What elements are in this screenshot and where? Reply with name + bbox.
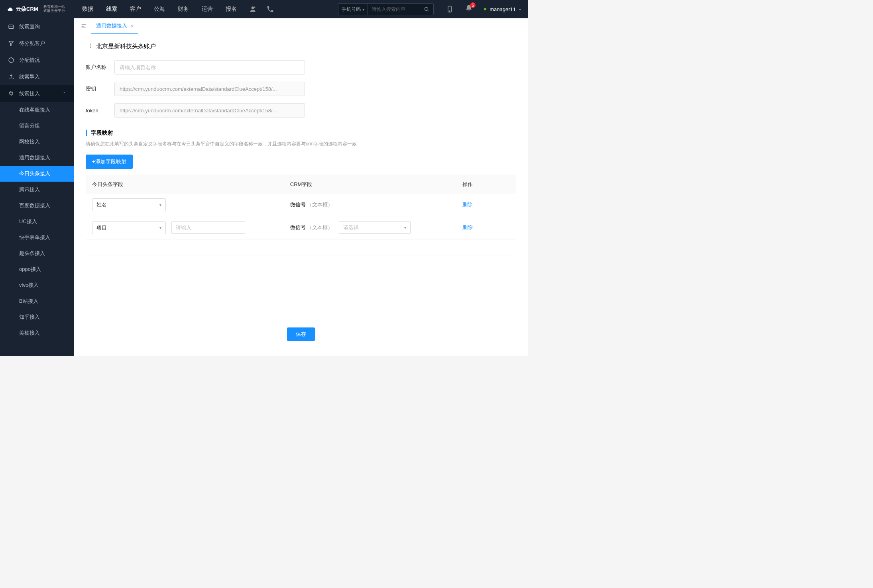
sidebar-label: 待分配客户: [19, 40, 45, 47]
search-type-select[interactable]: 手机号码 ▾: [338, 4, 368, 15]
logo: 云朵CRM 教育机构一站 式服务云平台: [7, 5, 74, 13]
collapse-sidebar-button[interactable]: [78, 20, 90, 32]
sidebar-label: 线索导入: [19, 73, 40, 80]
breadcrumb: 〈 北京昱新科技头条账户: [86, 42, 516, 51]
crm-field-label: 微信号: [290, 224, 306, 230]
sidebar-item-query[interactable]: 线索查询: [0, 18, 74, 35]
account-input[interactable]: [114, 60, 305, 74]
notification-badge: 5: [470, 2, 476, 8]
search-type-label: 手机号码: [342, 6, 361, 13]
form-row-token: token: [86, 103, 516, 118]
nav-pool[interactable]: 公海: [154, 6, 165, 13]
progress-icon: [8, 57, 14, 63]
sidebar-sub-tencent[interactable]: 腾讯接入: [0, 182, 74, 198]
nav-enroll[interactable]: 报名: [226, 6, 237, 13]
phone-icon[interactable]: [266, 5, 274, 13]
section-bar-icon: [86, 130, 87, 136]
sidebar-item-import[interactable]: 线索导入: [0, 69, 74, 85]
footer-bar: 保存: [86, 320, 516, 348]
col-action: 操作: [456, 175, 516, 194]
sidebar-sub-oppo[interactable]: oppo接入: [0, 261, 74, 277]
secret-input[interactable]: [114, 82, 305, 96]
svg-point-2: [425, 7, 428, 10]
chevron-down-icon: ▾: [519, 7, 521, 12]
main: 通用数据接入 × 〈 北京昱新科技头条账户 账户名称 密钥 token: [74, 18, 528, 356]
sidebar-sub-message[interactable]: 留言分组: [0, 118, 74, 134]
back-arrow-icon[interactable]: 〈: [86, 42, 92, 51]
nav-icons: [249, 5, 274, 13]
section-description: 请确保您在此填写的头条自定义字段名称与在今日头条平台中自定义的字段名称一致，并且…: [86, 141, 516, 147]
sidebar-sub-vivo[interactable]: vivo接入: [0, 277, 74, 293]
sidebar-sub-baidu[interactable]: 百度数据接入: [0, 198, 74, 214]
delete-link[interactable]: 删除: [462, 202, 473, 208]
nav-menu: 数据 线索 客户 公海 财务 运营 报名: [82, 6, 237, 13]
status-dot-icon: [484, 8, 486, 10]
sidebar: 线索查询 待分配客户 分配情况 线索导入 线索接入 ⌃ 在线客服接入 留言分组 …: [0, 18, 74, 356]
svg-rect-5: [9, 25, 14, 28]
add-mapping-button[interactable]: +添加字段映射: [86, 155, 133, 169]
logo-sub2: 式服务云平台: [43, 9, 65, 13]
field-select[interactable]: 姓名 ▾: [92, 198, 166, 211]
cloud-icon: [7, 6, 14, 12]
user-plus-icon[interactable]: [249, 5, 257, 13]
col-crm: CRM字段: [284, 175, 456, 194]
form-row-account: 账户名称: [86, 60, 516, 74]
sidebar-sub-uc[interactable]: UC接入: [0, 214, 74, 229]
sidebar-sub-school[interactable]: 网校接入: [0, 134, 74, 150]
nav-data[interactable]: 数据: [82, 6, 93, 13]
chevron-down-icon: ▾: [362, 7, 364, 12]
nav-customer[interactable]: 客户: [130, 6, 141, 13]
sidebar-label: 线索接入: [19, 90, 40, 97]
crm-select-placeholder: 请选择: [343, 224, 359, 231]
table-row: 项目 ▾ 微信号 （文本框） 请选择 ▾: [86, 216, 516, 239]
delete-link[interactable]: 删除: [462, 224, 473, 230]
top-header: 云朵CRM 教育机构一站 式服务云平台 数据 线索 客户 公海 财务 运营 报名…: [0, 0, 528, 18]
menu-icon: [81, 23, 87, 29]
token-input[interactable]: [114, 103, 305, 118]
card-icon: [8, 24, 14, 30]
sidebar-sub-online[interactable]: 在线客服接入: [0, 102, 74, 118]
field-select[interactable]: 项目 ▾: [92, 221, 166, 234]
search-icon: [424, 6, 429, 12]
account-label: 账户名称: [86, 64, 114, 71]
crm-select[interactable]: 请选择 ▾: [339, 221, 411, 234]
field-select-value: 项目: [96, 224, 107, 231]
search-input[interactable]: [368, 4, 420, 14]
field-select-value: 姓名: [96, 201, 107, 208]
sidebar-item-distribution[interactable]: 分配情况: [0, 52, 74, 69]
user-menu[interactable]: manager11 ▾: [484, 6, 521, 12]
secret-label: 密钥: [86, 85, 114, 92]
close-icon[interactable]: ×: [130, 23, 133, 29]
col-toutiao: 今日头条字段: [86, 175, 284, 194]
save-button[interactable]: 保存: [287, 327, 315, 341]
content: 〈 北京昱新科技头条账户 账户名称 密钥 token 字段映射 请确保您在此填写…: [74, 34, 528, 356]
extra-input[interactable]: [171, 221, 245, 234]
mobile-icon[interactable]: [446, 5, 454, 13]
page-title: 北京昱新科技头条账户: [96, 43, 156, 50]
sidebar-sub-bilibili[interactable]: B站接入: [0, 293, 74, 309]
sidebar-label: 分配情况: [19, 57, 40, 64]
search-button[interactable]: [420, 4, 433, 15]
section-heading: 字段映射: [91, 129, 113, 137]
sidebar-sub-meiyou[interactable]: 美柚接入: [0, 325, 74, 341]
notifications[interactable]: 5: [465, 4, 473, 14]
nav-operate[interactable]: 运营: [202, 6, 213, 13]
sidebar-sub-qutoutiao[interactable]: 趣头条接入: [0, 245, 74, 261]
logo-text: 云朵CRM: [16, 6, 38, 13]
tab-general-data[interactable]: 通用数据接入 ×: [91, 18, 138, 34]
sidebar-sub-general[interactable]: 通用数据接入: [0, 150, 74, 166]
search-area: 手机号码 ▾: [338, 3, 434, 15]
sidebar-sub-zhihu[interactable]: 知乎接入: [0, 309, 74, 325]
sidebar-label: 线索查询: [19, 23, 40, 30]
tabs-bar: 通用数据接入 ×: [74, 18, 528, 34]
username: manager11: [490, 6, 516, 12]
nav-clue[interactable]: 线索: [106, 6, 117, 13]
svg-point-0: [252, 6, 254, 9]
sidebar-item-access[interactable]: 线索接入 ⌃: [0, 85, 74, 102]
nav-finance[interactable]: 财务: [178, 6, 189, 13]
sidebar-item-pending[interactable]: 待分配客户: [0, 35, 74, 52]
sidebar-sub-toutiao[interactable]: 今日头条接入: [0, 166, 74, 182]
sidebar-sub-kuaishou[interactable]: 快手表单接入: [0, 229, 74, 245]
header-right: 5 manager11 ▾: [446, 4, 521, 14]
crm-field-hint: （文本框）: [307, 224, 333, 230]
